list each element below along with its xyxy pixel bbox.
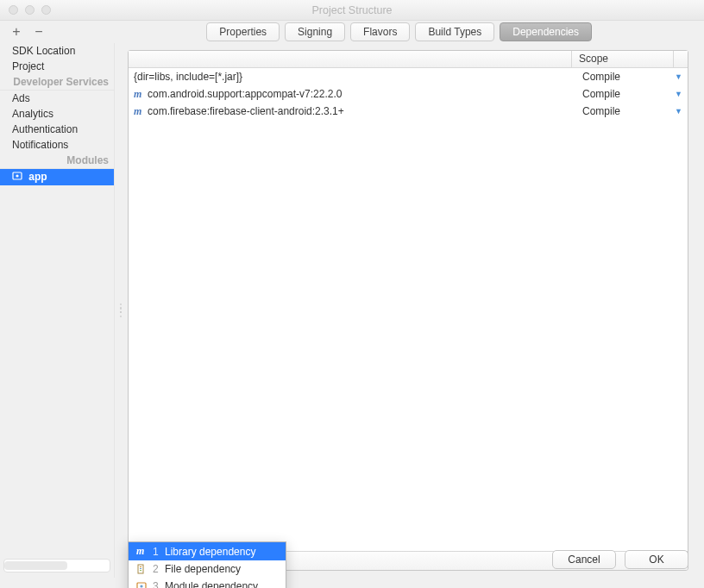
sidebar-add-remove: + −	[10, 24, 45, 40]
chevron-down-icon: ▼	[675, 107, 682, 116]
sidebar-item-label: app	[28, 171, 47, 183]
scrollbar-thumb[interactable]	[4, 561, 67, 570]
menu-item-library-dependency[interactable]: m 1 Library dependency	[129, 542, 286, 560]
chevron-down-icon: ▼	[675, 90, 682, 98]
maven-icon: m	[135, 545, 148, 558]
menu-item-label: Module dependency	[165, 580, 258, 588]
scope-value: Compile	[582, 105, 620, 117]
scope-cell[interactable]: Compile ▼	[582, 88, 688, 100]
table-row[interactable]: {dir=libs, include=[*.jar]} Compile ▼	[129, 68, 688, 85]
column-header-dependency[interactable]	[129, 51, 572, 67]
scope-value: Compile	[582, 71, 620, 83]
dependency-label: com.android.support:appcompat-v7:22.2.0	[148, 88, 342, 100]
splitter[interactable]: ⋮⋮	[115, 43, 121, 578]
menu-shortcut-number: 3	[153, 580, 160, 588]
tab-properties[interactable]: Properties	[206, 22, 280, 41]
column-header-scope[interactable]: Scope	[572, 51, 674, 67]
menu-item-file-dependency[interactable]: 2 File dependency	[129, 560, 286, 578]
dependency-cell: {dir=libs, include=[*.jar]}	[129, 71, 582, 83]
sidebar-list: SDK Location Project Developer Services …	[0, 43, 114, 557]
tab-dependencies[interactable]: Dependencies	[500, 22, 592, 41]
maven-icon: m	[134, 105, 144, 118]
sidebar-heading-modules: Modules	[0, 153, 114, 169]
body: SDK Location Project Developer Services …	[0, 43, 704, 578]
file-icon	[135, 564, 148, 574]
add-dependency-menu: m 1 Library dependency 2 File dependency…	[128, 541, 286, 588]
menu-item-module-dependency[interactable]: 3 Module dependency	[129, 578, 286, 588]
window-zoom-icon[interactable]	[41, 5, 51, 15]
svg-rect-4	[140, 568, 141, 569]
main-panel: Scope {dir=libs, include=[*.jar]} Compil…	[121, 43, 704, 578]
menu-shortcut-number: 1	[153, 546, 160, 558]
column-header-end	[674, 51, 688, 67]
sidebar: SDK Location Project Developer Services …	[0, 43, 115, 578]
remove-module-button[interactable]: −	[33, 24, 45, 40]
tab-signing[interactable]: Signing	[285, 22, 345, 41]
window-traffic-lights	[9, 5, 51, 15]
dependency-cell: m com.android.support:appcompat-v7:22.2.…	[129, 88, 582, 101]
cancel-button[interactable]: Cancel	[552, 550, 616, 569]
sidebar-heading-developer-services: Developer Services	[0, 74, 114, 91]
add-module-button[interactable]: +	[10, 24, 22, 40]
scope-cell[interactable]: Compile ▼	[582, 105, 688, 117]
svg-point-7	[140, 585, 142, 587]
toolbar: + − Properties Signing Flavors Build Typ…	[0, 21, 704, 43]
tabs: Properties Signing Flavors Build Types D…	[201, 22, 592, 41]
scope-cell[interactable]: Compile ▼	[582, 71, 688, 83]
window-close-icon[interactable]	[9, 5, 18, 15]
svg-point-1	[16, 175, 18, 178]
sidebar-item-analytics[interactable]: Analytics	[0, 106, 114, 122]
scope-value: Compile	[582, 88, 620, 100]
sidebar-item-sdk-location[interactable]: SDK Location	[0, 43, 114, 59]
menu-item-label: File dependency	[165, 563, 241, 575]
sidebar-hscrollbar[interactable]	[3, 559, 110, 572]
sidebar-item-project[interactable]: Project	[0, 59, 114, 74]
table-body: {dir=libs, include=[*.jar]} Compile ▼ m …	[129, 68, 688, 551]
maven-icon: m	[134, 88, 144, 101]
menu-shortcut-number: 2	[153, 563, 160, 575]
dependency-label: {dir=libs, include=[*.jar]}	[134, 71, 242, 83]
table-header: Scope	[129, 51, 688, 68]
dependencies-table: Scope {dir=libs, include=[*.jar]} Compil…	[128, 50, 688, 571]
menu-item-label: Library dependency	[165, 546, 255, 558]
svg-rect-3	[140, 566, 141, 567]
chevron-down-icon: ▼	[675, 72, 682, 81]
tab-build-types[interactable]: Build Types	[415, 22, 494, 41]
dependency-cell: m com.firebase:firebase-client-android:2…	[129, 105, 582, 118]
dialog-buttons: Cancel OK	[552, 550, 688, 569]
window-title: Project Structure	[7, 4, 697, 16]
window-minimize-icon[interactable]	[25, 5, 35, 15]
tab-flavors[interactable]: Flavors	[350, 22, 410, 41]
sidebar-item-authentication[interactable]: Authentication	[0, 122, 114, 137]
titlebar: Project Structure	[0, 0, 704, 21]
sidebar-item-notifications[interactable]: Notifications	[0, 137, 114, 153]
sidebar-item-ads[interactable]: Ads	[0, 91, 114, 106]
sidebar-item-app[interactable]: app	[0, 169, 114, 185]
svg-rect-5	[140, 570, 141, 571]
table-row[interactable]: m com.firebase:firebase-client-android:2…	[129, 103, 688, 120]
dependency-label: com.firebase:firebase-client-android:2.3…	[148, 105, 344, 117]
table-row[interactable]: m com.android.support:appcompat-v7:22.2.…	[129, 85, 688, 103]
module-icon	[135, 581, 148, 588]
module-icon	[12, 171, 24, 184]
ok-button[interactable]: OK	[625, 550, 688, 569]
